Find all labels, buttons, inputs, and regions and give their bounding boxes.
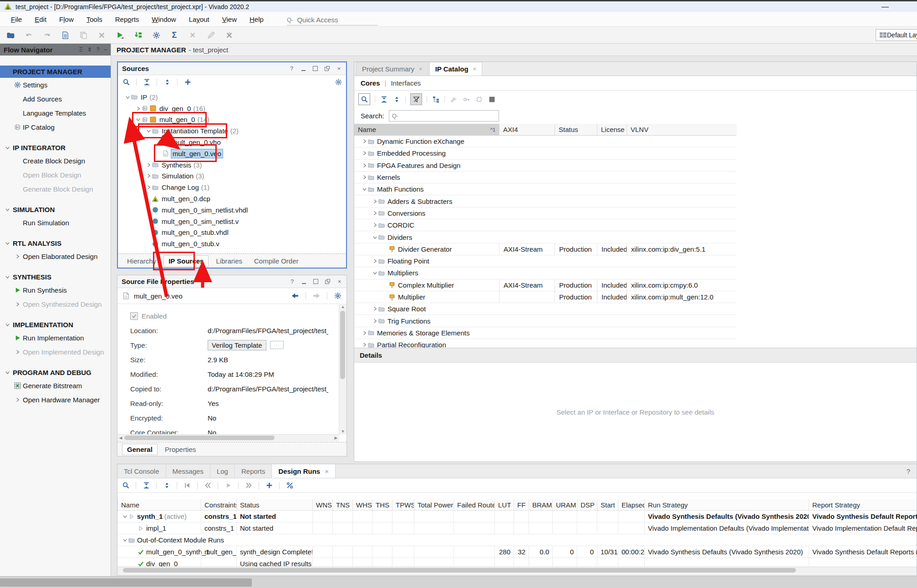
menu-reports[interactable]: Reports (109, 15, 146, 23)
tree-item-simulation[interactable]: Simulation(3) (118, 171, 346, 182)
type-value-button[interactable]: Verilog Template (208, 340, 266, 350)
tab-libraries[interactable]: Libraries (211, 256, 247, 266)
tree-item-ip[interactable]: IP(2) (118, 91, 346, 103)
menu-help[interactable]: Help (243, 15, 270, 23)
menu-flow[interactable]: Flow (53, 15, 80, 23)
chevron-right-icon[interactable] (361, 163, 368, 168)
column-header-report-strategy[interactable]: Report Strategy (809, 499, 917, 510)
catalog-row-floating-point[interactable]: Floating Point (354, 255, 737, 267)
flow-nav-item-language-templates[interactable]: Language Templates (0, 106, 111, 120)
menu-file[interactable]: File (5, 15, 28, 23)
close-tab-icon[interactable]: × (325, 467, 329, 475)
chevron-right-icon[interactable] (361, 330, 368, 335)
chevron-down-icon[interactable] (124, 95, 131, 100)
flow-nav-section-program-and-debug[interactable]: PROGRAM AND DEBUG (0, 366, 111, 379)
settings-gear-icon[interactable] (334, 78, 342, 86)
search-icon[interactable] (122, 78, 130, 86)
run-row-mult-gen-0-synth-1[interactable]: mult_gen_0_synth_1mult_gen_0synth_design… (117, 546, 917, 558)
doc-tab-project-summary[interactable]: Project Summary× (356, 62, 428, 76)
tree-item-mult-gen-0[interactable]: mult_gen_0(14) (118, 114, 346, 126)
catalog-row-multiplier[interactable]: MultiplierProductionIncludedxilinx.com:i… (354, 291, 737, 303)
run-row-synth-1[interactable]: synth_1(active)constrs_1Not startedVivad… (117, 511, 917, 522)
menu-edit[interactable]: Edit (28, 15, 53, 23)
chevron-right-icon[interactable] (371, 306, 378, 311)
column-header-constraints[interactable]: Constraints (201, 499, 236, 510)
sfp-horizontal-scrollbar[interactable]: ◀ ▶ (117, 434, 339, 441)
tree-item-mult-gen-0-vho[interactable]: mult_gen_0.vho (118, 137, 346, 148)
flow-nav-section-simulation[interactable]: SIMULATION (0, 203, 111, 216)
catalog-row-embedded-processing[interactable]: Embedded Processing (354, 147, 737, 159)
catalog-row-math-functions[interactable]: Math Functions (354, 183, 737, 195)
collapse-all-icon[interactable] (380, 95, 388, 103)
column-header-lut[interactable]: LUT (494, 499, 514, 510)
chevron-right-icon[interactable] (371, 211, 378, 216)
scroll-down-icon[interactable]: ▼ (339, 428, 346, 435)
run-row-out-of-context-module-runs[interactable]: Out-of-Context Module Runs (117, 534, 917, 546)
column-header-total-power[interactable]: Total Power (414, 499, 453, 510)
flow-nav-item-generate-bitstream[interactable]: Generate Bitstream (0, 379, 111, 393)
back-arrow-icon[interactable] (291, 292, 299, 300)
undo-button[interactable] (24, 30, 34, 40)
settings-button[interactable] (151, 30, 161, 40)
column-header-license[interactable]: License (597, 124, 627, 135)
x2-dim-button[interactable] (224, 30, 234, 40)
flow-nav-item-open-block-design[interactable]: Open Block Design (0, 168, 111, 182)
tree-item-instantiation-template[interactable]: Instantiation Template(2) (118, 125, 346, 137)
menu-tools[interactable]: Tools (80, 15, 109, 23)
flow-nav-section-rtl-analysis[interactable]: RTL ANALYSIS (0, 237, 111, 249)
tab-hierarchy[interactable]: Hierarchy (122, 256, 161, 266)
catalog-row-divider-generator[interactable]: Divider GeneratorAXI4-StreamProductionIn… (354, 243, 737, 255)
tree-item-change-log[interactable]: Change Log(1) (118, 182, 346, 193)
column-header-name[interactable]: Name^1 (354, 124, 499, 135)
flow-nav-item-run-implementation[interactable]: Run Implementation (0, 331, 111, 345)
minimize-icon[interactable] (301, 279, 307, 284)
chevron-right-icon[interactable] (371, 319, 378, 324)
hierarchy-icon[interactable] (432, 95, 440, 103)
chevron-right-icon[interactable] (361, 175, 368, 180)
run-play-button[interactable] (115, 30, 125, 40)
flow-nav-item-add-sources[interactable]: Add Sources (0, 92, 111, 106)
play-dim-icon[interactable] (224, 482, 232, 490)
maximize-icon[interactable] (312, 66, 318, 71)
chevron-right-icon[interactable] (361, 139, 368, 144)
column-header-whs[interactable]: WHS (352, 499, 372, 510)
tree-item-mult-gen-0-veo[interactable]: mult_gen_0.veo (118, 148, 346, 159)
tree-item-mult-gen-0-sim-netlist-v[interactable]: mult_gen_0_sim_netlist.v (118, 216, 346, 227)
catalog-row-conversions[interactable]: Conversions (354, 208, 737, 219)
close-tab-icon[interactable]: × (473, 66, 477, 72)
flow-nav-section-ip-integrator[interactable]: IP INTEGRATOR (0, 142, 111, 154)
tree-item-mult-gen-0-dcp[interactable]: mult_gen_0.dcp (118, 193, 346, 204)
scroll-left-icon[interactable]: ◀ (117, 435, 124, 441)
percent-icon[interactable] (285, 482, 294, 490)
tab-ip-sources[interactable]: IP Sources (163, 255, 209, 267)
column-header-ff[interactable]: FF (514, 499, 529, 510)
column-header-name[interactable]: Name (117, 499, 201, 510)
close-x-button[interactable] (97, 30, 107, 40)
sigma-button[interactable]: Σ (169, 30, 179, 40)
open-folder-button[interactable] (5, 30, 15, 40)
column-header-start[interactable]: Start (597, 499, 618, 510)
flow-nav-section-implementation[interactable]: IMPLEMENTATION (0, 319, 111, 331)
tab-compile-order[interactable]: Compile Order (250, 256, 303, 266)
catalog-row-fpga-features-and-design[interactable]: FPGA Features and Design (354, 160, 737, 172)
flow-nav-item-run-simulation[interactable]: Run Simulation (0, 216, 111, 230)
column-header-elapsed[interactable]: Elapsed (618, 499, 644, 510)
column-header-run-strategy[interactable]: Run Strategy (644, 499, 809, 510)
sfp-vertical-scrollbar[interactable]: ▲ ▼ (339, 304, 346, 435)
tree-item-mult-gen-0-stub-vhdl[interactable]: mult_gen_0_stub.vhdl (118, 227, 346, 238)
collapse-all-icon[interactable] (143, 78, 151, 86)
copy-button[interactable] (78, 30, 88, 40)
filter-icon[interactable] (410, 93, 422, 105)
tree-item-synthesis[interactable]: Synthesis(3) (118, 159, 346, 171)
quick-access-input[interactable] (296, 15, 366, 24)
add-icon[interactable] (265, 482, 273, 490)
menu-layout[interactable]: Layout (183, 15, 216, 23)
pen-dim-button[interactable] (206, 30, 216, 40)
menu-view[interactable]: View (216, 15, 243, 23)
flow-nav-section-project-manager[interactable]: PROJECT MANAGER (0, 66, 111, 78)
more-options-button[interactable]: ··· (270, 341, 284, 349)
tree-item-mult-gen-0-sim-netlist-vhdl[interactable]: mult_gen_0_sim_netlist.vhdl (118, 204, 346, 216)
catalog-row-complex-multiplier[interactable]: Complex MultiplierAXI4-StreamProductionI… (354, 279, 737, 291)
quick-access-search[interactable]: Q- (287, 14, 378, 25)
scroll-up-icon[interactable]: ▲ (339, 304, 346, 310)
